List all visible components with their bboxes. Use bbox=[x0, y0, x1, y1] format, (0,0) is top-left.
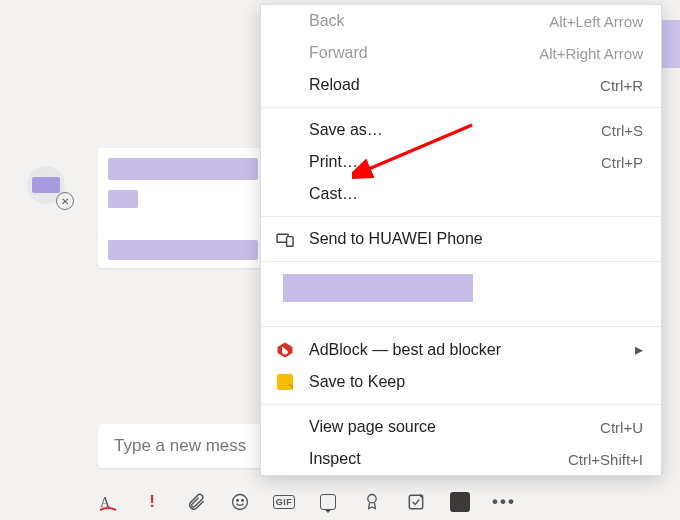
menu-item-send-to-phone[interactable]: Send to HUAWEI Phone bbox=[261, 223, 661, 255]
svg-point-3 bbox=[242, 500, 244, 502]
menu-separator bbox=[261, 261, 661, 262]
menu-shortcut: Ctrl+R bbox=[600, 77, 643, 94]
menu-item-back[interactable]: Back Alt+Left Arrow bbox=[261, 5, 661, 37]
menu-shortcut: Alt+Right Arrow bbox=[539, 45, 643, 62]
avatar-placeholder bbox=[32, 177, 60, 193]
emoji-icon[interactable] bbox=[230, 492, 250, 512]
keep-icon bbox=[275, 372, 295, 392]
submenu-arrow-icon: ▸ bbox=[635, 340, 643, 359]
teams-chat-window: ✕ Type a new mess A ! GIF ••• Back Alt+L… bbox=[0, 0, 680, 520]
avatar-status-badge: ✕ bbox=[56, 192, 74, 210]
menu-item-save-as[interactable]: Save as… Ctrl+S bbox=[261, 114, 661, 146]
menu-shortcut: Ctrl+P bbox=[601, 154, 643, 171]
redacted-text-line bbox=[108, 158, 258, 180]
praise-icon[interactable] bbox=[362, 492, 382, 512]
menu-separator bbox=[261, 107, 661, 108]
format-icon[interactable]: A bbox=[98, 492, 118, 512]
menu-item-cast[interactable]: Cast… bbox=[261, 178, 661, 210]
menu-shortcut: Ctrl+S bbox=[601, 122, 643, 139]
menu-item-save-to-keep[interactable]: Save to Keep bbox=[261, 366, 661, 398]
attach-icon[interactable] bbox=[186, 492, 206, 512]
app-icon[interactable] bbox=[450, 492, 470, 512]
menu-label: Send to HUAWEI Phone bbox=[309, 230, 483, 248]
compose-placeholder: Type a new mess bbox=[114, 436, 246, 456]
menu-shortcut: Ctrl+U bbox=[600, 419, 643, 436]
svg-point-2 bbox=[237, 500, 239, 502]
menu-item-forward[interactable]: Forward Alt+Right Arrow bbox=[261, 37, 661, 69]
menu-spacer bbox=[261, 268, 661, 320]
devices-icon bbox=[275, 229, 295, 249]
more-icon[interactable]: ••• bbox=[494, 492, 514, 512]
menu-label: Print… bbox=[309, 153, 358, 171]
menu-label: Inspect bbox=[309, 450, 361, 468]
context-menu: Back Alt+Left Arrow Forward Alt+Right Ar… bbox=[260, 4, 662, 476]
menu-shortcut: Alt+Left Arrow bbox=[549, 13, 643, 30]
menu-label: Save as… bbox=[309, 121, 383, 139]
redacted-text-line bbox=[108, 190, 138, 208]
sticker-icon[interactable] bbox=[318, 492, 338, 512]
menu-separator bbox=[261, 326, 661, 327]
priority-icon[interactable]: ! bbox=[142, 492, 162, 512]
approvals-icon[interactable] bbox=[406, 492, 426, 512]
compose-toolbar: A ! GIF ••• bbox=[98, 492, 514, 512]
menu-item-print[interactable]: Print… Ctrl+P bbox=[261, 146, 661, 178]
menu-item-view-source[interactable]: View page source Ctrl+U bbox=[261, 411, 661, 443]
svg-rect-7 bbox=[287, 237, 293, 247]
menu-label: AdBlock — best ad blocker bbox=[309, 341, 501, 359]
menu-item-adblock[interactable]: AdBlock — best ad blocker ▸ bbox=[261, 333, 661, 366]
menu-separator bbox=[261, 216, 661, 217]
menu-label: Reload bbox=[309, 76, 360, 94]
menu-label: Cast… bbox=[309, 185, 358, 203]
menu-item-inspect[interactable]: Inspect Ctrl+Shift+I bbox=[261, 443, 661, 475]
svg-rect-5 bbox=[409, 495, 422, 508]
menu-separator bbox=[261, 404, 661, 405]
redacted-block bbox=[283, 274, 473, 302]
svg-point-4 bbox=[368, 495, 376, 503]
gif-icon[interactable]: GIF bbox=[274, 492, 294, 512]
redacted-text-line bbox=[108, 240, 258, 260]
menu-item-reload[interactable]: Reload Ctrl+R bbox=[261, 69, 661, 101]
adblock-icon bbox=[275, 340, 295, 360]
incoming-message-card[interactable] bbox=[98, 148, 278, 240]
menu-label: Save to Keep bbox=[309, 373, 405, 391]
svg-point-1 bbox=[233, 495, 248, 510]
menu-label: View page source bbox=[309, 418, 436, 436]
menu-label: Back bbox=[309, 12, 345, 30]
incoming-message-card[interactable] bbox=[98, 236, 278, 268]
menu-label: Forward bbox=[309, 44, 368, 62]
menu-shortcut: Ctrl+Shift+I bbox=[568, 451, 643, 468]
